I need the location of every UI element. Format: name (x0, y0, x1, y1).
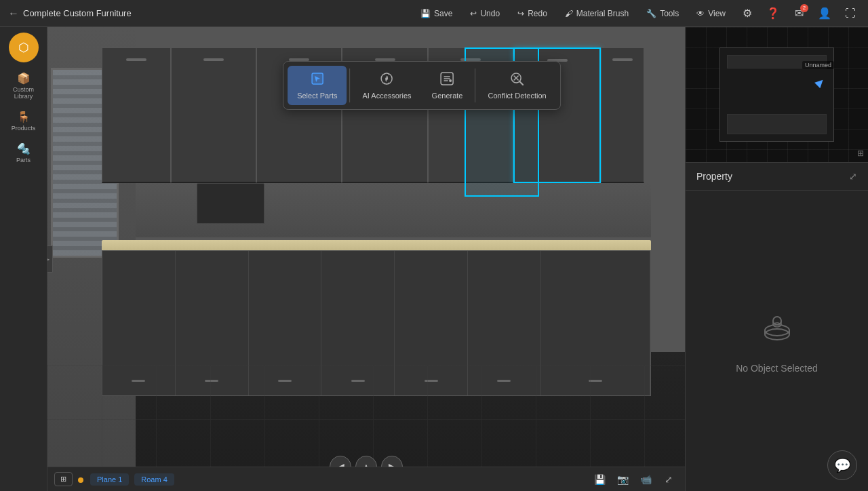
material-brush-icon: 🖌 (565, 9, 573, 18)
camera-button[interactable]: 📷 (613, 470, 632, 489)
no-object-label: No Object Selected (736, 363, 818, 374)
save-icon: 💾 (420, 9, 431, 18)
minimap: ▲ Unnamed ⊞ (686, 27, 868, 163)
view-label: View (708, 9, 726, 18)
chat-icon: 💬 (834, 457, 851, 473)
generate-button[interactable]: Generate (422, 66, 473, 105)
notification-badge: 2 (800, 4, 808, 12)
notifications-button[interactable]: ✉ 2 (788, 3, 810, 24)
undo-label: Undo (480, 9, 500, 18)
user-icon: 👤 (818, 7, 831, 20)
save-scene-button[interactable]: 💾 (590, 470, 609, 489)
plane-dot-indicator (78, 473, 85, 486)
property-panel: Property ⤢ No Object Sel (686, 163, 868, 491)
fullscreen-view-icon: ⤢ (665, 474, 673, 485)
camera-icon: 📷 (617, 474, 629, 485)
select-parts-button[interactable]: Select Parts (288, 66, 347, 105)
help-icon: ❓ (766, 7, 780, 20)
range-hood (197, 183, 264, 224)
ai-accessories-icon (380, 71, 395, 90)
toolbar-divider-2 (475, 68, 475, 102)
sidebar-item-parts[interactable]: 🔩 Parts (3, 138, 44, 168)
minimap-expand-button[interactable]: ⊞ (857, 149, 864, 158)
material-brush-label: Material Brush (576, 9, 629, 18)
counter-top (102, 240, 651, 250)
sidebar-item-custom-library[interactable]: 📦 CustomLibrary (3, 68, 44, 104)
grid-toggle-button[interactable]: ⊞ (54, 472, 73, 486)
panel-collapse-button[interactable]: ▶ (47, 246, 53, 273)
save-button[interactable]: 💾 Save (414, 6, 459, 21)
sidebar-item-products-label: Products (12, 125, 36, 132)
save-scene-icon: 💾 (594, 474, 606, 485)
ai-accessories-label: AI Accessories (362, 92, 411, 100)
cabinet-unit-7[interactable] (601, 47, 644, 183)
redo-button[interactable]: ↪ Redo (511, 6, 554, 21)
fullscreen-view-button[interactable]: ⤢ (659, 470, 678, 489)
undo-button[interactable]: ↩ Undo (463, 6, 507, 21)
property-title: Property (696, 171, 732, 182)
bottom-tools: 💾 📷 📹 ⤢ (590, 470, 678, 489)
parts-icon: 🔩 (17, 142, 31, 155)
property-expand-icon: ⤢ (849, 171, 857, 182)
conflict-detection-button[interactable]: Conflict Detection (478, 66, 555, 105)
property-header: Property ⤢ (686, 163, 868, 191)
tools-button[interactable]: 🔧 Tools (639, 6, 686, 21)
main-toolbar: Select Parts AI Accessories (283, 61, 561, 110)
no-object-icon (757, 309, 797, 352)
minimap-scene-label: Unnamed (802, 61, 834, 69)
header-toolbar: 💾 Save ↩ Undo ↪ Redo 🖌 Material Brush 🔧 … (414, 3, 868, 24)
roam-tab[interactable]: Roam 4 (134, 473, 174, 486)
view-button[interactable]: 👁 View (690, 6, 732, 21)
app-logo: ⬡ (9, 33, 39, 62)
redo-label: Redo (528, 9, 547, 18)
chat-button[interactable]: 💬 (827, 450, 857, 480)
conflict-detection-label: Conflict Detection (488, 92, 546, 100)
settings-icon: ⚙ (743, 7, 752, 20)
sidebar-item-products[interactable]: 🪑 Products (3, 106, 44, 136)
tools-label: Tools (660, 9, 679, 18)
generate-icon (440, 71, 455, 90)
viewport[interactable]: ◀ ▲ ▶ Select Parts (47, 27, 685, 491)
minimap-content: ▲ Unnamed (686, 27, 868, 162)
svg-line-6 (520, 81, 524, 85)
sidebar-item-custom-library-label: CustomLibrary (13, 86, 34, 100)
save-label: Save (434, 9, 452, 18)
select-parts-label: Select Parts (297, 92, 337, 100)
plane-tab[interactable]: Plane 1 (90, 473, 129, 486)
sidebar-item-parts-label: Parts (16, 157, 31, 163)
floor (47, 365, 685, 467)
toolbar-divider-1 (349, 68, 350, 102)
grid-icon: ⊞ (60, 475, 66, 484)
svg-point-2 (386, 77, 389, 80)
products-icon: 🪑 (17, 111, 31, 123)
settings-button[interactable]: ⚙ (736, 3, 758, 24)
cabinet-unit-2[interactable] (171, 47, 256, 183)
bottom-bar: ⊞ Plane 1 Roam 4 💾 📷 📹 ⤢ (47, 467, 685, 491)
help-button[interactable]: ❓ (762, 3, 784, 24)
expand-icon: ⊞ (857, 149, 864, 158)
generate-label: Generate (432, 92, 463, 100)
redo-icon: ↪ (517, 9, 524, 18)
app-title: Complete Custom Furniture (23, 8, 132, 18)
fullscreen-icon: ⛶ (845, 7, 856, 20)
fullscreen-button[interactable]: ⛶ (840, 3, 861, 24)
svg-point-4 (450, 79, 452, 82)
property-expand-button[interactable]: ⤢ (849, 171, 857, 182)
back-arrow-icon: ← (8, 7, 19, 20)
user-button[interactable]: 👤 (814, 3, 835, 24)
select-parts-icon (310, 71, 325, 90)
property-empty-state: No Object Selected (686, 191, 868, 491)
logo-icon: ⬡ (18, 40, 29, 55)
record-button[interactable]: 📹 (636, 470, 655, 489)
header: ← Complete Custom Furniture 💾 Save ↩ Und… (0, 0, 868, 27)
tools-icon: 🔧 (646, 9, 656, 18)
back-button[interactable]: ← Complete Custom Furniture (0, 7, 140, 20)
material-brush-button[interactable]: 🖌 Material Brush (558, 6, 635, 21)
left-sidebar: ⬡ 📦 CustomLibrary 🪑 Products 🔩 Parts (0, 27, 47, 491)
record-icon: 📹 (640, 474, 652, 485)
view-icon: 👁 (696, 9, 705, 18)
ai-accessories-button[interactable]: AI Accessories (353, 66, 420, 105)
undo-icon: ↩ (470, 9, 477, 18)
cabinet-unit-1[interactable] (102, 47, 171, 183)
right-panel: ▲ Unnamed ⊞ Property ⤢ (685, 27, 868, 491)
